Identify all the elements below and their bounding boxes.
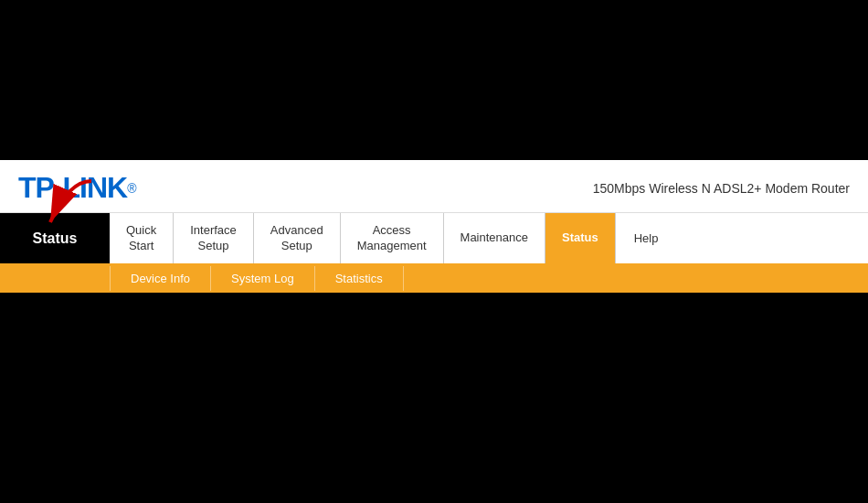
logo: TP-LINK® [18,171,137,205]
nav-status-black-box: Status [0,213,110,263]
subnav-item-statistics[interactable]: Statistics [315,266,404,291]
nav-item-help[interactable]: Help [616,213,677,263]
bottom-black-area [0,293,868,476]
nav-item-maintenance[interactable]: Maintenance [444,213,545,263]
nav-item-status[interactable]: Status [545,213,616,263]
header-bar: TP-LINK® 150Mbps Wireless N ADSL2+ Modem… [0,160,868,213]
router-ui: TP-LINK® 150Mbps Wireless N ADSL2+ Modem… [0,160,868,293]
subnav-item-device-info[interactable]: Device Info [110,266,211,291]
nav-items-container: QuickStart InterfaceSetup AdvancedSetup … [110,213,868,263]
logo-text: TP-LINK [18,171,127,205]
header-subtitle: 150Mbps Wireless N ADSL2+ Modem Router [593,181,850,196]
logo-registered: ® [127,181,136,196]
nav-item-interface-setup[interactable]: InterfaceSetup [174,213,254,263]
nav-item-access-management[interactable]: AccessManagement [341,213,444,263]
nav-item-quick-start[interactable]: QuickStart [110,213,174,263]
subnav-item-system-log[interactable]: System Log [211,266,315,291]
nav-item-advanced-setup[interactable]: AdvancedSetup [254,213,341,263]
top-black-area [0,0,868,160]
nav-status-label: Status [33,230,78,247]
main-nav: Status QuickStart InterfaceSetup Advance… [0,213,868,263]
sub-nav: Device Info System Log Statistics [0,263,868,293]
